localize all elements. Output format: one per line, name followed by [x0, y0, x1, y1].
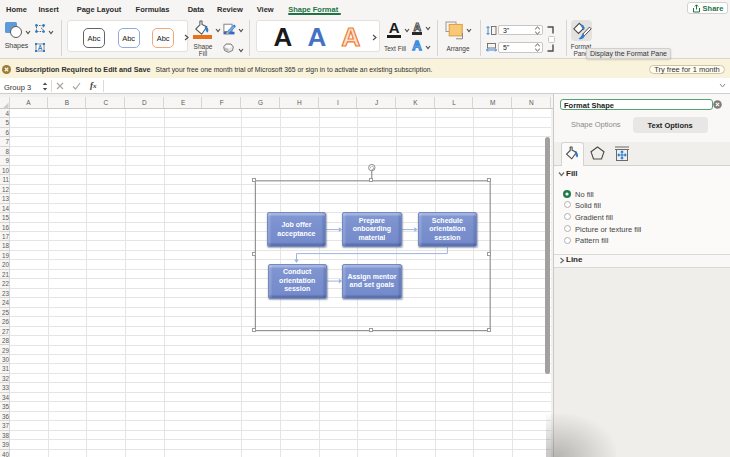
svg-text:A: A	[37, 44, 42, 51]
